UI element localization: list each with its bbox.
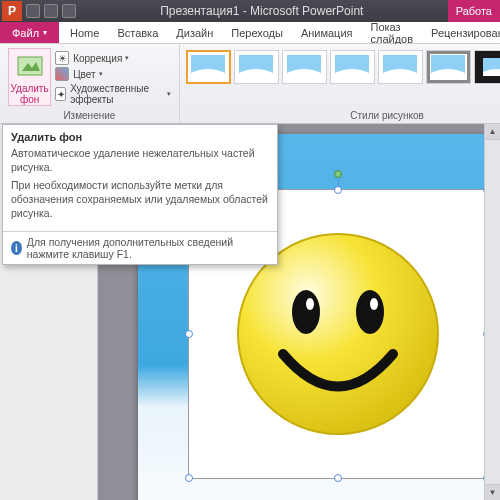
rotate-handle[interactable] [334,170,342,178]
remove-background-icon [16,53,44,81]
scroll-up-icon[interactable]: ▲ [485,124,500,140]
window-title: Презентация1 - Microsoft PowerPoint [76,4,448,18]
style-thumb[interactable] [282,50,327,84]
app-icon: P [2,1,22,21]
group-styles-label: Стили рисунков [180,109,500,123]
tab-file[interactable]: Файл [0,22,59,43]
scroll-down-icon[interactable]: ▼ [485,484,500,500]
ribbon: Удалить фон ☀Коррекция Цвет ✦Художествен… [0,44,500,124]
resize-handle[interactable] [334,186,342,194]
resize-handle[interactable] [334,474,342,482]
remove-background-button[interactable]: Удалить фон [8,48,51,106]
style-thumb[interactable] [234,50,279,84]
tab-insert[interactable]: Вставка [108,22,167,43]
document-name: Презентация1 [160,4,239,18]
tooltip-text: Автоматическое удаление нежелательных ча… [11,147,269,174]
qat-save-icon[interactable] [26,4,40,18]
svg-point-12 [370,298,378,310]
group-adjust-label: Изменение [0,109,179,123]
style-thumb[interactable] [378,50,423,84]
style-thumb[interactable] [330,50,375,84]
style-thumb[interactable] [426,50,471,84]
corrections-button[interactable]: ☀Коррекция [53,50,173,66]
group-picture-styles: ▲ ▼ ▾ Гран ◧Эфф ▦Мак Стили рисунков [180,44,500,123]
style-thumb[interactable] [474,50,500,84]
app-name: Microsoft PowerPoint [250,4,363,18]
sun-icon: ☀ [55,51,69,65]
tooltip-title: Удалить фон [3,125,277,147]
resize-handle[interactable] [185,330,193,338]
tooltip-remove-background: Удалить фон Автоматическое удаление неже… [2,124,278,265]
tab-review[interactable]: Рецензирование [422,22,500,43]
tooltip-body: Автоматическое удаление нежелательных ча… [3,147,277,231]
artistic-label: Художественные эффекты [70,83,164,105]
tooltip-text: При необходимости используйте метки для … [11,179,269,220]
tab-slideshow[interactable]: Показ слайдов [362,22,423,43]
info-icon: i [11,241,22,255]
picture-styles-gallery[interactable] [186,46,500,84]
tooltip-footer: i Для получения дополнительных сведений … [3,231,277,264]
remove-bg-label-2: фон [20,94,39,105]
ribbon-tabs: Файл Home Вставка Дизайн Переходы Анимац… [0,22,500,44]
resize-handle[interactable] [185,474,193,482]
color-button[interactable]: Цвет [53,66,173,82]
svg-point-9 [292,290,320,334]
group-adjust: Удалить фон ☀Коррекция Цвет ✦Художествен… [0,44,180,123]
palette-icon [55,67,69,81]
brush-icon: ✦ [55,87,66,101]
tab-transitions[interactable]: Переходы [222,22,292,43]
corrections-label: Коррекция [73,53,122,64]
contextual-tab-badge[interactable]: Работа [448,0,500,22]
tab-animations[interactable]: Анимация [292,22,362,43]
style-thumb[interactable] [186,50,231,84]
qat-undo-icon[interactable] [44,4,58,18]
color-label: Цвет [73,69,95,80]
tooltip-help-text: Для получения дополнительных сведений на… [27,236,269,260]
svg-point-11 [306,298,314,310]
title-bar: P Презентация1 - Microsoft PowerPoint Ра… [0,0,500,22]
remove-bg-label-1: Удалить [10,83,48,94]
vertical-scrollbar[interactable]: ▲ ▼ [484,124,500,500]
tab-home[interactable]: Home [61,22,108,43]
qat-redo-icon[interactable] [62,4,76,18]
tab-design[interactable]: Дизайн [167,22,222,43]
artistic-effects-button[interactable]: ✦Художественные эффекты [53,82,173,106]
svg-point-10 [356,290,384,334]
